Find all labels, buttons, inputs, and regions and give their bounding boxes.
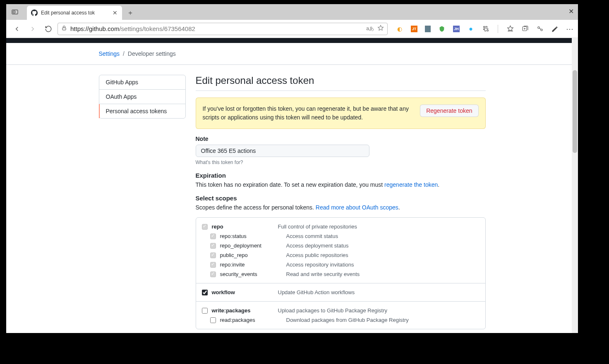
scope-checkbox[interactable] [202,290,208,295]
breadcrumb: Settings / Developer settings [99,50,486,57]
scope-row: repo:statusAccess commit status [202,231,480,241]
svg-rect-2 [62,28,66,30]
select-scopes-label: Select scopes [196,195,486,202]
github-header-bar [6,38,578,43]
note-input[interactable] [196,145,369,157]
scope-description: Access repository invitations [286,262,354,268]
scope-row: read:packagesDownload packages from GitH… [202,315,480,325]
scope-checkbox[interactable] [210,317,216,323]
scope-name: public_repo [220,252,286,258]
scope-checkbox [202,224,208,230]
page-title: Edit personal access token [196,75,486,91]
scope-name: repo_deployment [220,243,286,249]
ext-icon-5[interactable]: JH [453,26,460,32]
scopes-table: repoFull control of private repositories… [196,217,486,329]
sidebar-item-oauth-apps[interactable]: OAuth Apps [99,90,185,104]
oauth-scopes-link[interactable]: Read more about OAuth scopes [316,204,398,211]
scope-name: repo:invite [220,262,286,268]
scope-checkbox [210,262,216,268]
extensions-icon[interactable] [482,25,489,33]
note-label: Note [196,136,486,142]
breadcrumb-settings[interactable]: Settings [99,50,120,57]
ext-icon-10[interactable] [551,25,559,33]
scope-group: workflowUpdate GitHub Action workflows [196,283,485,302]
scope-name: write:packages [212,307,278,314]
scope-row: public_repoAccess public repositories [202,250,480,260]
regenerate-flash: If you've lost or forgotten this token, … [196,98,486,129]
scope-checkbox[interactable] [202,308,208,314]
scopes-description: Scopes define the access for personal to… [196,204,486,211]
collections-icon[interactable] [521,25,529,33]
scope-row: repo:inviteAccess repository invitations [202,260,480,269]
scope-checkbox [210,271,216,277]
ext-icon-2[interactable]: JT [411,26,417,32]
scope-row: repo_deploymentAccess deployment status [202,241,480,250]
note-hint: What's this token for? [196,159,486,165]
ext-icon-3[interactable] [425,26,431,32]
new-tab-button[interactable]: ＋ [125,7,136,19]
scope-description: Update GitHub Action workflows [278,289,355,295]
browser-menu-icon[interactable]: ⋯ [566,24,574,33]
extensions-row: ◐ JT JH ● ⋯ [390,24,574,33]
svg-rect-1 [13,11,15,13]
scope-description: Upload packages to GitHub Package Regist… [278,307,387,314]
tab-actions-icon[interactable] [6,4,24,20]
refresh-button[interactable] [42,22,55,36]
expiration-label: Expiration [196,172,486,179]
sidebar-menu: GitHub Apps OAuth Apps Personal access t… [99,75,186,119]
scope-checkbox [210,252,216,258]
scope-description: Download packages from GitHub Package Re… [286,317,409,323]
scrollbar-thumb[interactable] [573,70,577,153]
scope-name: workflow [212,289,278,295]
favorite-icon[interactable] [377,25,384,33]
scope-checkbox [210,233,216,239]
translate-icon[interactable]: aあ [366,25,374,32]
close-tab-icon[interactable]: ✕ [112,10,118,16]
back-button[interactable] [10,22,24,36]
url-text: https://github.com/settings/tokens/67356… [70,25,195,32]
window-close-icon[interactable]: ✕ [568,7,574,15]
scope-row: security_eventsRead and write security e… [202,269,480,279]
tab-title: Edit personal access tok [41,10,109,16]
scope-group: write:packagesUpload packages to GitHub … [196,302,485,329]
breadcrumb-developer-settings: Developer settings [128,50,176,57]
expiration-text: This token has no expiration date. To se… [196,181,486,188]
scope-row: repoFull control of private repositories [202,222,480,231]
ext-icon-9[interactable] [536,25,544,33]
ext-icon-6[interactable]: ● [467,25,475,33]
forward-button[interactable] [26,22,39,36]
url-input[interactable]: https://github.com/settings/tokens/67356… [58,23,388,35]
github-icon [31,10,38,16]
scope-checkbox [210,243,216,249]
page-content: Settings / Developer settings GitHub App… [6,38,578,333]
ext-icon-4[interactable] [438,25,446,33]
scope-row: write:packagesUpload packages to GitHub … [202,306,480,315]
flash-text: If you've lost or forgotten this token, … [203,105,414,122]
browser-tab[interactable]: Edit personal access tok ✕ [27,6,122,20]
scope-name: repo:status [220,233,286,239]
scope-name: security_events [220,271,286,277]
regenerate-token-link[interactable]: regenerate the token [384,181,438,188]
scope-description: Access public repositories [286,252,348,258]
address-bar: https://github.com/settings/tokens/67356… [6,20,578,38]
lock-icon [61,25,67,32]
favorites-bar-icon[interactable] [506,25,514,33]
scope-group: repoFull control of private repositories… [196,218,485,283]
scope-description: Access commit status [286,233,338,239]
ext-icon-1[interactable]: ◐ [396,25,403,33]
scope-name: repo [212,224,278,230]
scope-description: Read and write security events [286,271,360,277]
scope-name: read:packages [220,317,286,323]
regenerate-token-button[interactable]: Regenerate token [420,105,478,117]
scope-description: Access deployment status [286,243,349,249]
scope-row: workflowUpdate GitHub Action workflows [202,288,480,297]
sidebar-item-github-apps[interactable]: GitHub Apps [99,75,185,90]
scrollbar-track[interactable] [572,38,578,333]
browser-tab-strip: Edit personal access tok ✕ ＋ ✕ [6,4,578,20]
scope-description: Full control of private repositories [278,224,357,230]
sidebar-item-personal-access-tokens[interactable]: Personal access tokens [99,104,185,118]
